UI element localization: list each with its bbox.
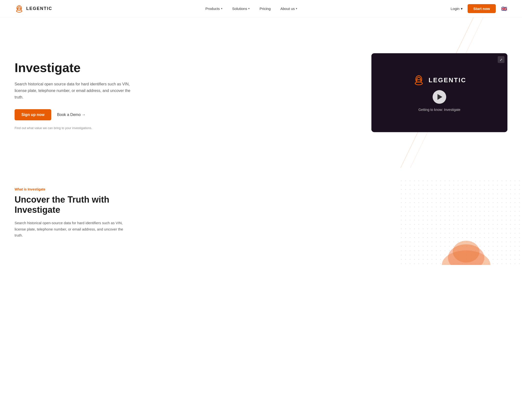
solutions-chevron-icon: ▾	[248, 7, 250, 10]
svg-rect-7	[401, 180, 522, 265]
about-chevron-icon: ▾	[296, 7, 297, 10]
video-content: LEGENTIC Getting to know: Investigate	[371, 53, 507, 132]
video-panel: LEGENTIC Getting to know: Investigate ⤢	[371, 53, 507, 132]
dots-pattern	[401, 180, 522, 265]
login-chevron-icon: ▾	[461, 7, 463, 11]
hero-content: Investigate Search historical open sourc…	[15, 60, 131, 130]
bottom-section: What is Investigate Uncover the Truth wi…	[0, 168, 522, 265]
nav-links: Products ▾ Solutions ▾ Pricing About us …	[205, 7, 297, 11]
video-container: LEGENTIC Getting to know: Investigate ⤢	[371, 53, 507, 132]
nav-item-pricing[interactable]: Pricing	[259, 7, 271, 11]
logo-text: LEGENTIC	[26, 6, 52, 11]
external-link-icon[interactable]: ⤢	[498, 56, 505, 63]
about-label: About us	[280, 7, 295, 11]
video-logo-text: LEGENTIC	[428, 76, 466, 84]
play-triangle-icon	[437, 94, 442, 100]
video-logo-icon	[412, 74, 425, 86]
pricing-label: Pricing	[259, 7, 271, 11]
logo-icon	[15, 4, 24, 13]
signup-button[interactable]: Sign up now	[15, 109, 51, 120]
language-selector[interactable]: 🇬🇧	[501, 6, 507, 11]
video-logo-area: LEGENTIC	[412, 74, 466, 86]
hero-buttons: Sign up now Book a Demo →	[15, 109, 131, 120]
login-button[interactable]: Login ▾	[451, 7, 463, 11]
logo-link[interactable]: LEGENTIC	[15, 4, 52, 13]
start-now-button[interactable]: Start now	[468, 4, 496, 13]
orange-blob	[439, 226, 493, 265]
svg-point-8	[442, 250, 490, 265]
hero-description: Search historical open source data for h…	[15, 81, 131, 101]
hero-subtext: Find out what value we can bring to your…	[15, 126, 131, 130]
nav-right: Login ▾ Start now 🇬🇧	[451, 4, 507, 13]
login-label: Login	[451, 7, 460, 11]
bottom-label: What is Investigate	[15, 187, 507, 191]
products-label: Products	[205, 7, 220, 11]
nav-item-products[interactable]: Products ▾	[205, 7, 222, 11]
video-caption: Getting to know: Investigate	[419, 108, 461, 112]
solutions-label: Solutions	[232, 7, 247, 11]
hero-title: Investigate	[15, 60, 131, 75]
nav-item-about[interactable]: About us ▾	[280, 7, 297, 11]
bottom-description: Search historical open-source data for h…	[15, 220, 131, 239]
svg-point-9	[448, 244, 484, 265]
bottom-title: Uncover the Truth with Investigate	[15, 195, 136, 215]
hero-section: Investigate Search historical open sourc…	[0, 17, 522, 168]
nav-item-solutions[interactable]: Solutions ▾	[232, 7, 250, 11]
book-demo-link[interactable]: Book a Demo →	[57, 113, 86, 117]
svg-point-10	[453, 241, 479, 263]
products-chevron-icon: ▾	[221, 7, 222, 10]
play-button[interactable]	[433, 90, 446, 104]
main-nav: LEGENTIC Products ▾ Solutions ▾ Pricing …	[0, 0, 522, 17]
